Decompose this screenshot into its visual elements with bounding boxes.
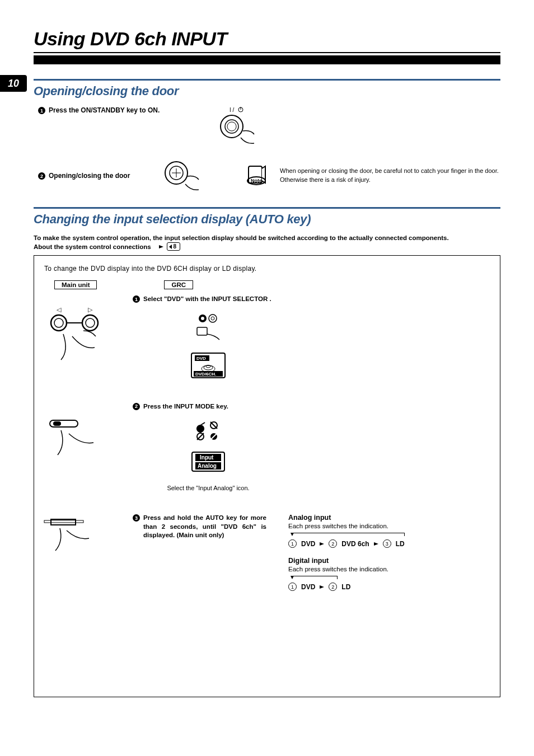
auto-key-illustration: [44, 514, 128, 600]
step-2: 2 Opening/closing the door: [34, 172, 158, 180]
svg-text:DVD: DVD: [196, 356, 206, 361]
section2-intro: To make the system control operation, th…: [34, 234, 500, 241]
section-rule: [34, 79, 500, 81]
svg-text:Note: Note: [251, 178, 262, 184]
svg-text:◁: ◁: [57, 306, 62, 313]
digital-input-desc: Each press switches the indication.: [288, 566, 490, 572]
label-grc: GRC: [164, 280, 193, 289]
section-rule-2: [34, 207, 500, 209]
arrow-icon: [374, 542, 378, 546]
seq-1: 1: [288, 539, 297, 548]
svg-text:▷: ▷: [88, 306, 93, 313]
power-label: I /: [229, 107, 235, 113]
box-step-bullet-1: 1: [133, 295, 140, 303]
box-step-2: 2 Press the INPUT MODE key.: [133, 402, 284, 411]
box-step-3: 3 Press and hold the AUTO key for more t…: [133, 514, 284, 540]
svg-text:DVD/6CH.: DVD/6CH.: [195, 372, 216, 377]
analog-input-title: Analog input: [288, 514, 490, 522]
arrow-icon: [320, 585, 324, 589]
box-step-1: 1 Select "DVD" with the INPUT SELECTOR .: [133, 295, 284, 304]
step-1: 1 Press the ON/STANDBY key to ON.: [34, 106, 200, 114]
svg-rect-40: [44, 520, 83, 523]
about-system-control: About the system control connections: [34, 243, 151, 250]
door-button-illustration: [158, 154, 212, 197]
page-ref-8: 8: [167, 242, 181, 251]
page-title: Using DVD 6ch INPUT: [34, 28, 500, 50]
instruction-box: To change the DVD display into the DVD 6…: [34, 255, 500, 697]
dvd-6ch-display-illustration: DVD DVD/6CH.: [188, 352, 228, 380]
digital-seq-1: LD: [341, 583, 350, 591]
seq-d1: 1: [288, 583, 297, 591]
label-main-unit: Main unit: [54, 280, 97, 289]
section-heading-auto: Changing the input selection display (AU…: [34, 212, 500, 227]
svg-point-13: [82, 315, 98, 331]
box-step-1-text: Select "DVD" with the INPUT SELECTOR .: [143, 295, 271, 304]
power-button-illustration: I /: [200, 106, 273, 149]
box-step-2-text: Press the INPUT MODE key.: [143, 402, 228, 411]
seq-3: 3: [383, 539, 391, 548]
step-2-text: Opening/closing the door: [49, 172, 130, 180]
analog-seq-1: DVD 6ch: [341, 540, 369, 548]
input-analog-caption: Select the "Input Analog" icon.: [167, 485, 249, 491]
svg-point-12: [54, 318, 63, 327]
analog-seq-0: DVD: [301, 540, 315, 548]
input-mode-mainunit-illustration: [44, 402, 128, 492]
note-icon: Note: [245, 164, 270, 187]
input-selector-illustration: ◁ ▷: [44, 295, 128, 380]
digital-input-title: Digital input: [288, 557, 490, 565]
svg-point-2: [221, 115, 243, 138]
svg-point-14: [86, 318, 95, 327]
section-heading-opening: Opening/closing the door: [34, 84, 500, 98]
arrow-icon: [159, 245, 163, 248]
analog-seq-2: LD: [396, 540, 405, 548]
svg-text:Input: Input: [200, 454, 214, 461]
svg-rect-20: [197, 327, 207, 335]
step-bullet-2: 2: [38, 172, 45, 180]
title-black-band: [34, 55, 500, 64]
indication-sequences: Analog input Each press switches the ind…: [288, 514, 490, 600]
arrow-icon: [320, 542, 324, 546]
input-analog-display-illustration: Input Analog: [190, 451, 227, 472]
grc-inputmode-illustration: [191, 420, 225, 442]
svg-point-18: [209, 314, 217, 322]
svg-rect-27: [53, 421, 61, 426]
svg-point-19: [211, 317, 214, 320]
digital-seq-0: DVD: [301, 583, 315, 591]
box-step-bullet-2: 2: [133, 403, 140, 410]
svg-text:Analog: Analog: [198, 463, 217, 469]
analog-input-desc: Each press switches the indication.: [288, 523, 490, 529]
box-step-bullet-3: 3: [133, 514, 140, 522]
svg-point-11: [51, 315, 67, 331]
step-1-text: Press the ON/STANDBY key to ON.: [49, 106, 160, 114]
grc-selector-illustration: [186, 309, 231, 343]
svg-point-17: [201, 317, 204, 320]
seq-d2: 2: [329, 583, 337, 591]
step-bullet-1: 1: [38, 107, 45, 114]
box-intro: To change the DVD display into the DVD 6…: [44, 265, 490, 273]
seq-2: 2: [329, 539, 337, 548]
note-text: When opening or closing the door, be car…: [280, 167, 500, 185]
page-number-tab: 10: [0, 75, 27, 92]
box-step-3-text: Press and hold the AUTO key for more tha…: [143, 514, 266, 540]
